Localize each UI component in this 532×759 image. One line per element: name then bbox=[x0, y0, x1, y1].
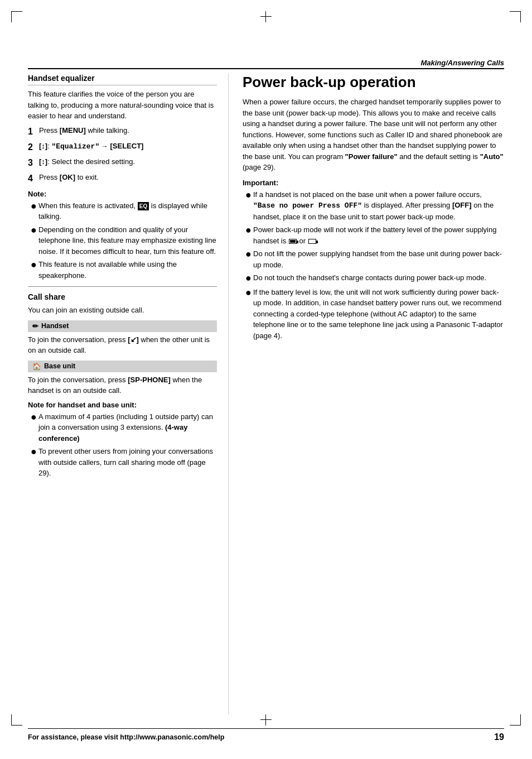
cross-bottom bbox=[260, 714, 272, 726]
call-share-intro: You can join an existing outside call. bbox=[28, 305, 217, 316]
corner-mark-br bbox=[510, 714, 521, 726]
corner-mark-bl bbox=[11, 714, 22, 726]
base-unit-subsection: 🏠 Base unit bbox=[28, 361, 217, 372]
footer-text: For assistance, please visit http://www.… bbox=[28, 733, 224, 741]
cs-note-1: ● A maximum of 4 parties (including 1 ou… bbox=[28, 411, 217, 444]
cross-top bbox=[260, 11, 272, 22]
base-join-text: To join the conversation, press [SP-PHON… bbox=[28, 374, 217, 396]
section-separator bbox=[28, 286, 217, 287]
top-rule bbox=[28, 68, 504, 69]
step-3: 3 [↕]: Select the desired setting. bbox=[28, 156, 217, 170]
step-4: 4 Press [OK] to exit. bbox=[28, 172, 217, 185]
header-title: Making/Answering Calls bbox=[420, 59, 504, 67]
left-column: Handset equalizer This feature clarifies… bbox=[28, 74, 229, 714]
call-share-notes: ● A maximum of 4 parties (including 1 ou… bbox=[28, 411, 217, 479]
handset-eq-note-label: Note: bbox=[28, 190, 217, 198]
eq-note-3: ● This feature is not available while us… bbox=[28, 259, 217, 281]
battery-full-icon bbox=[289, 239, 297, 244]
important-label: Important: bbox=[243, 179, 504, 187]
right-title: Power back-up operation bbox=[243, 74, 504, 91]
right-column: Power back-up operation When a power fai… bbox=[240, 74, 504, 714]
handset-subsection: ✏ Handset bbox=[28, 320, 217, 332]
content-area: Handset equalizer This feature clarifies… bbox=[28, 74, 504, 714]
cs-note-2: ● To prevent other users from joining yo… bbox=[28, 446, 217, 479]
eq-note-1: ● When this feature is activated, EQ is … bbox=[28, 200, 217, 222]
power-backup-intro: When a power failure occurs, the charged… bbox=[243, 97, 504, 173]
page-footer: For assistance, please visit http://www.… bbox=[28, 728, 504, 742]
handset-join-text: To join the conversation, press [↙] when… bbox=[28, 334, 217, 356]
handset-eq-heading: Handset equalizer bbox=[28, 74, 217, 85]
eq-note-2: ● Depending on the condition and quality… bbox=[28, 224, 217, 257]
corner-mark-tl bbox=[11, 11, 22, 22]
step-1: 1 Press [MENU] while talking. bbox=[28, 125, 217, 138]
pb-note-2: ● Power back-up mode will not work if th… bbox=[243, 224, 504, 246]
call-share-heading: Call share bbox=[28, 292, 217, 301]
step-2: 2 [↕]: "Equalizer" → [SELECT] bbox=[28, 141, 217, 154]
handset-eq-notes: ● When this feature is activated, EQ is … bbox=[28, 200, 217, 281]
pb-note-1: ● If a handset is not placed on the base… bbox=[243, 189, 504, 223]
power-backup-notes: ● If a handset is not placed on the base… bbox=[243, 189, 504, 342]
pb-note-5: ● If the battery level is low, the unit … bbox=[243, 287, 504, 342]
call-share-note-label: Note for handset and base unit: bbox=[28, 401, 217, 409]
handset-eq-intro: This feature clarifies the voice of the … bbox=[28, 89, 217, 122]
page-header: Making/Answering Calls bbox=[420, 59, 504, 67]
pb-note-3: ● Do not lift the power supplying handse… bbox=[243, 248, 504, 270]
battery-empty-icon bbox=[308, 239, 316, 244]
pb-note-4: ● Do not touch the handset's charge cont… bbox=[243, 272, 504, 285]
page-number: 19 bbox=[494, 732, 504, 742]
corner-mark-tr bbox=[510, 11, 521, 22]
page: Making/Answering Calls Handset equalizer… bbox=[0, 0, 532, 759]
handset-eq-steps: 1 Press [MENU] while talking. 2 [↕]: "Eq… bbox=[28, 125, 217, 185]
